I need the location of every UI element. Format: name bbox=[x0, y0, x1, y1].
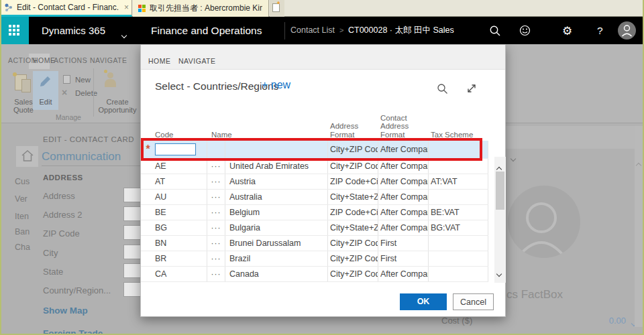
product-name[interactable]: Dynamics 365 bbox=[42, 17, 105, 44]
col-header-name[interactable]: Name bbox=[207, 131, 328, 139]
assist-edit-button[interactable]: ··· bbox=[207, 174, 225, 189]
cancel-button[interactable]: Cancel bbox=[453, 293, 494, 310]
nav-item[interactable]: Ban bbox=[15, 227, 30, 237]
foreign-trade-link[interactable]: Foreign Trade bbox=[43, 328, 103, 335]
browser-tab-strip: Edit - Contact Card - Financ... × 取引先担当者… bbox=[0, 0, 644, 17]
factbox-scrollbar[interactable] bbox=[635, 126, 643, 327]
code-input[interactable] bbox=[155, 143, 196, 155]
dialog-tab-home[interactable]: HOME bbox=[148, 57, 171, 65]
col-header-code[interactable]: Code bbox=[155, 131, 207, 139]
create-opportunity-icon-body bbox=[105, 79, 116, 87]
new-tab-button[interactable]: * bbox=[270, 0, 284, 17]
assist-edit-button[interactable]: ··· bbox=[207, 159, 225, 174]
table-row[interactable]: CA···CanadaCity+ZIP CodeAfter Company bbox=[141, 267, 488, 282]
app-launcher-button[interactable] bbox=[0, 17, 29, 44]
cell-tax bbox=[429, 236, 488, 251]
field-input[interactable] bbox=[123, 263, 140, 278]
cell-contact: After Company bbox=[378, 141, 429, 158]
assist-edit-button[interactable]: ··· bbox=[207, 236, 225, 251]
cell-name: Brazil bbox=[225, 251, 328, 266]
scroll-down-icon[interactable] bbox=[497, 267, 501, 279]
section-title[interactable]: Communication bbox=[42, 150, 121, 163]
ok-button[interactable]: OK bbox=[400, 293, 447, 310]
app-name[interactable]: Finance and Operations bbox=[151, 17, 262, 44]
cell-addr: City+State+ZIP bbox=[328, 190, 378, 204]
cell-code bbox=[155, 141, 207, 158]
dialog-tab-navigate[interactable]: NAVIGATE bbox=[178, 57, 216, 65]
assist-edit-button[interactable]: ··· bbox=[207, 205, 225, 220]
ribbon-tab-home[interactable]: HOME bbox=[33, 56, 56, 64]
scrollbar-thumb[interactable] bbox=[496, 172, 504, 210]
create-opportunity-button[interactable]: Create Opportunity bbox=[96, 98, 139, 114]
home-icon bbox=[20, 149, 35, 163]
cell-code: BG bbox=[155, 220, 207, 235]
field-input[interactable] bbox=[123, 225, 140, 240]
browser-tab[interactable]: 取引先担当者 : Abercrombie Kim bbox=[133, 0, 269, 17]
col-header-tax-scheme[interactable]: Tax Scheme bbox=[429, 131, 488, 139]
assist-edit-button[interactable]: ··· bbox=[207, 190, 225, 204]
chevron-down-icon[interactable] bbox=[122, 28, 126, 40]
ribbon-tab-navigate[interactable]: NAVIGATE bbox=[90, 56, 127, 64]
field-input[interactable] bbox=[123, 282, 140, 297]
col-header-contact-address-format[interactable]: Contact Address Format bbox=[378, 114, 429, 139]
assist-edit-button[interactable]: ··· bbox=[207, 220, 225, 235]
create-opportunity-icon bbox=[107, 72, 113, 78]
col-header-address-format[interactable]: Address Format bbox=[328, 122, 378, 139]
dialog-scrollbar[interactable] bbox=[494, 157, 506, 283]
table-row[interactable]: BE···BelgiumZIP Code+CityAfter CompanyBE… bbox=[141, 205, 488, 220]
field-input[interactable] bbox=[123, 245, 140, 259]
dynamics-tab-icon bbox=[4, 3, 13, 12]
cell-name: Canada bbox=[225, 267, 328, 281]
feedback-smiley-icon[interactable] bbox=[519, 25, 531, 36]
cell-code: AE bbox=[155, 159, 207, 174]
ribbon-group-divider bbox=[93, 68, 94, 117]
nav-item[interactable]: Iten bbox=[15, 212, 29, 221]
field-label: City bbox=[43, 248, 58, 258]
table-row[interactable]: AE···United Arab EmiratesCity+ZIP CodeAf… bbox=[141, 159, 488, 174]
dialog-search-icon[interactable] bbox=[437, 83, 448, 94]
field-label: ZIP Code bbox=[43, 228, 80, 239]
new-button[interactable]: New bbox=[75, 76, 91, 84]
nav-item[interactable]: Cha bbox=[15, 243, 30, 252]
cell-addr: ZIP Code+City bbox=[328, 205, 378, 220]
table-row[interactable]: AU···AustraliaCity+State+ZIPAfter Compan… bbox=[141, 190, 488, 205]
breadcrumb-parent[interactable]: Contact List bbox=[290, 17, 335, 44]
avatar[interactable] bbox=[618, 21, 636, 40]
search-icon[interactable] bbox=[489, 25, 501, 37]
contact-picture-placeholder bbox=[508, 186, 580, 258]
nav-home-button[interactable] bbox=[16, 146, 38, 167]
help-icon[interactable]: ? bbox=[597, 17, 603, 44]
field-input[interactable] bbox=[123, 188, 140, 202]
table-row[interactable]: BN···Brunei DarussalamCity+ZIP CodeFirst bbox=[141, 236, 488, 251]
browser-tab-active[interactable]: Edit - Contact Card - Financ... × bbox=[0, 0, 132, 17]
assist-edit-button[interactable]: ··· bbox=[207, 267, 225, 281]
cell-contact: After Company bbox=[378, 205, 429, 220]
cell-gutter bbox=[141, 174, 155, 189]
assist-edit-button[interactable]: ··· bbox=[207, 251, 225, 266]
person-silhouette-icon bbox=[508, 186, 580, 258]
delete-button[interactable]: Delete bbox=[75, 89, 97, 97]
cell-contact: First bbox=[378, 251, 429, 266]
table-row[interactable]: AT···AustriaZIP Code+CityAfter CompanyAT… bbox=[141, 174, 488, 190]
new-record-link[interactable]: + new bbox=[262, 79, 290, 91]
table-row[interactable]: BR···BrazilCity+ZIP CodeFirst bbox=[141, 251, 488, 267]
nav-item[interactable]: Cus bbox=[15, 177, 30, 186]
dialog-expand-icon[interactable] bbox=[466, 83, 477, 94]
show-map-link[interactable]: Show Map bbox=[43, 306, 88, 316]
ribbon-tab-actions[interactable]: ACTIONS bbox=[54, 56, 87, 64]
nav-item[interactable]: Ver bbox=[15, 194, 28, 204]
microsoft-logo-icon bbox=[138, 5, 146, 12]
table-row[interactable]: *City+ZIP CodeAfter Company bbox=[141, 141, 488, 159]
factbox-scroll-up-icon[interactable] bbox=[637, 158, 641, 170]
factbox-collapse-chevron-icon[interactable] bbox=[511, 151, 515, 163]
table-row[interactable]: BG···BulgariaCity+State+ZIPAfter Company… bbox=[141, 220, 488, 236]
cell-tax bbox=[429, 267, 488, 281]
tab-close-icon[interactable]: × bbox=[124, 3, 129, 12]
cell-assist bbox=[207, 141, 225, 158]
settings-gear-icon[interactable]: ⚙ bbox=[562, 24, 572, 38]
cell-code: AT bbox=[155, 174, 207, 189]
cell-code: BE bbox=[155, 205, 207, 220]
cell-name: Austria bbox=[225, 174, 328, 189]
field-input[interactable] bbox=[123, 206, 140, 221]
edit-button[interactable]: Edit bbox=[33, 71, 58, 110]
